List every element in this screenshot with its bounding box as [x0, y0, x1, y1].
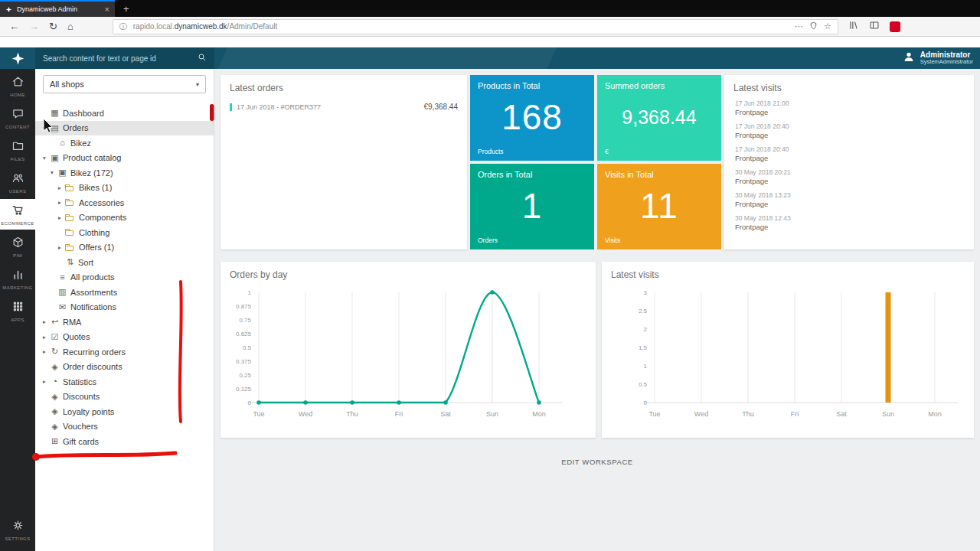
extension-icon[interactable] — [890, 21, 900, 32]
tree-item-offers-1[interactable]: ▸Offers (1) — [35, 240, 214, 256]
rail-item-home[interactable]: HOME — [0, 70, 35, 101]
sidebar: All shops ▾ Dashboard▾OrdersBikez▾Produc… — [35, 69, 214, 551]
visit-page: Frontpage — [735, 223, 963, 231]
global-search-input[interactable]: Search content for text or page id — [35, 47, 214, 69]
rail-item-marketing[interactable]: MARKETING — [0, 263, 35, 294]
shop-selector[interactable]: All shops ▾ — [43, 75, 206, 93]
tree-item-recurring-orders[interactable]: ▸Recurring orders — [35, 344, 214, 360]
new-tab-button[interactable]: + — [115, 0, 138, 17]
tree-item-dashboard[interactable]: Dashboard — [35, 106, 214, 121]
forward-button[interactable]: → — [29, 21, 39, 31]
tag-icon — [49, 393, 60, 401]
tree-item-sort[interactable]: Sort — [35, 255, 214, 270]
tree-item-clothing[interactable]: Clothing — [35, 225, 214, 240]
svg-text:0: 0 — [644, 399, 648, 406]
rail-item-ecommerce[interactable]: ECOMMERCE — [0, 199, 35, 230]
tile-products-in-total[interactable]: Products in Total168Products — [470, 75, 594, 161]
expand-arrow-icon[interactable]: ▾ — [40, 155, 49, 161]
tree-item-bikez-172[interactable]: ▾Bikez (172) — [35, 165, 214, 181]
rail-item-label: APPS — [11, 318, 24, 322]
tile-title: Orders in Total — [470, 164, 594, 179]
expand-arrow-icon[interactable]: ▸ — [55, 184, 64, 191]
tile-summed-orders[interactable]: Summed orders9,368.44€ — [597, 75, 721, 161]
tree-item-quotes[interactable]: ▸Quotes — [35, 330, 214, 345]
search-icon[interactable] — [198, 51, 207, 65]
tree-item-bikes-1[interactable]: ▸Bikes (1) — [35, 181, 214, 196]
list-icon — [57, 273, 68, 282]
expand-arrow-icon[interactable]: ▾ — [47, 169, 57, 176]
quotes-icon — [49, 333, 60, 341]
tile-value: 1 — [470, 185, 594, 227]
orders-by-day-chart-card: Orders by day 00.1250.250.3750.50.6250.7… — [220, 262, 596, 438]
expand-arrow-icon[interactable]: ▾ — [40, 125, 49, 132]
svg-text:Thu: Thu — [742, 410, 754, 418]
tree-item-orders[interactable]: ▾Orders — [35, 121, 214, 136]
browser-tab[interactable]: Dynamicweb Admin × — [0, 0, 115, 17]
refresh-button[interactable]: ↻ — [49, 21, 57, 31]
visit-page: Frontpage — [735, 200, 963, 208]
site-info-icon[interactable]: ⓘ — [119, 21, 127, 32]
tree-item-components[interactable]: ▸Components — [35, 210, 214, 226]
expand-arrow-icon[interactable]: ▸ — [40, 318, 49, 325]
expand-arrow-icon[interactable]: ▸ — [40, 378, 49, 385]
svg-text:Sun: Sun — [882, 410, 894, 418]
tree-item-assortments[interactable]: Assortments — [35, 285, 214, 300]
tree-item-statistics[interactable]: ▸Statistics — [35, 374, 214, 390]
sidebars-icon[interactable] — [869, 20, 880, 34]
tree-item-vouchers[interactable]: Vouchers — [35, 419, 214, 435]
dashboard-main: Latest orders 17 Jun 2018 - #ORDER377€9,… — [214, 69, 980, 551]
order-row[interactable]: 17 Jun 2018 - #ORDER377€9,368.44 — [230, 103, 458, 111]
tree-item-rma[interactable]: ▸RMA — [35, 315, 214, 330]
shield-icon[interactable] — [809, 21, 818, 31]
visit-page: Frontpage — [735, 108, 963, 116]
rail-item-files[interactable]: FILES — [0, 135, 35, 165]
home-button[interactable]: ⌂ — [67, 21, 74, 31]
tile-orders-in-total[interactable]: Orders in Total1Orders — [470, 164, 594, 249]
edit-workspace-button[interactable]: EDIT WORKSPACE — [214, 458, 980, 466]
tree-item-accessories[interactable]: ▸Accessories — [35, 195, 214, 210]
apps-icon — [11, 300, 24, 316]
shop-selector-value: All shops — [50, 80, 84, 89]
tree-item-bikez[interactable]: Bikez — [35, 135, 214, 151]
tree-item-label: Gift cards — [63, 437, 99, 446]
expand-arrow-icon[interactable]: ▸ — [55, 244, 64, 251]
tile-label: Visits — [605, 236, 620, 244]
tree-item-gift-cards[interactable]: Gift cards — [35, 434, 214, 449]
rail-item-pim[interactable]: PIM — [0, 231, 35, 262]
expand-arrow-icon[interactable]: ▸ — [55, 199, 64, 206]
tile-visits-in-total[interactable]: Visits in Total11Visits — [597, 164, 721, 249]
user-menu[interactable]: Administrator SystemAdministrator — [903, 47, 973, 69]
expand-arrow-icon[interactable]: ▸ — [55, 214, 64, 221]
svg-text:1.5: 1.5 — [639, 344, 648, 351]
visit-date: 17 Jun 2018 21:00 — [735, 99, 963, 107]
tree-item-order-discounts[interactable]: Order discounts — [35, 360, 214, 375]
tree-item-product-catalog[interactable]: ▾Product catalog — [35, 151, 214, 166]
rail-item-settings[interactable]: SETTINGS — [0, 514, 35, 545]
rail-item-label: HOME — [10, 93, 25, 97]
tree-item-label: Discounts — [63, 392, 100, 401]
rail-item-content[interactable]: CONTENT — [0, 103, 35, 133]
expand-arrow-icon[interactable]: ▸ — [40, 348, 49, 355]
browser-tab-bar: Dynamicweb Admin × + — [0, 0, 980, 17]
tree-item-label: Bikes (1) — [79, 183, 112, 192]
page-actions-icon[interactable]: ⋯ — [795, 21, 803, 31]
visit-page: Frontpage — [735, 154, 963, 162]
tree-item-label: Bikez — [70, 139, 91, 148]
app-header: Search content for text or page id Admin… — [0, 47, 980, 69]
bookmark-star-icon[interactable]: ☆ — [824, 21, 831, 31]
url-bar[interactable]: ⓘ rapido.local.dynamicweb.dk/Admin/Defau… — [113, 19, 838, 34]
orders-by-day-chart: 00.1250.250.3750.50.6250.750.8751TueWedT… — [228, 282, 588, 435]
tree-item-loyalty-points[interactable]: Loyalty points — [35, 404, 214, 419]
library-icon[interactable] — [848, 20, 859, 34]
tree-item-notifications[interactable]: Notifications — [35, 300, 214, 315]
tree-item-all-products[interactable]: All products — [35, 270, 214, 285]
tree-item-discounts[interactable]: Discounts — [35, 390, 214, 405]
rail-item-users[interactable]: USERS — [0, 167, 35, 197]
sort-icon — [64, 258, 76, 266]
tab-close-icon[interactable]: × — [105, 5, 109, 14]
back-button[interactable]: ← — [9, 21, 19, 31]
expand-arrow-icon[interactable]: ▸ — [40, 334, 49, 341]
tree-item-label: Assortments — [70, 288, 117, 297]
folder-icon — [65, 216, 74, 221]
rail-item-apps[interactable]: APPS — [0, 295, 35, 326]
